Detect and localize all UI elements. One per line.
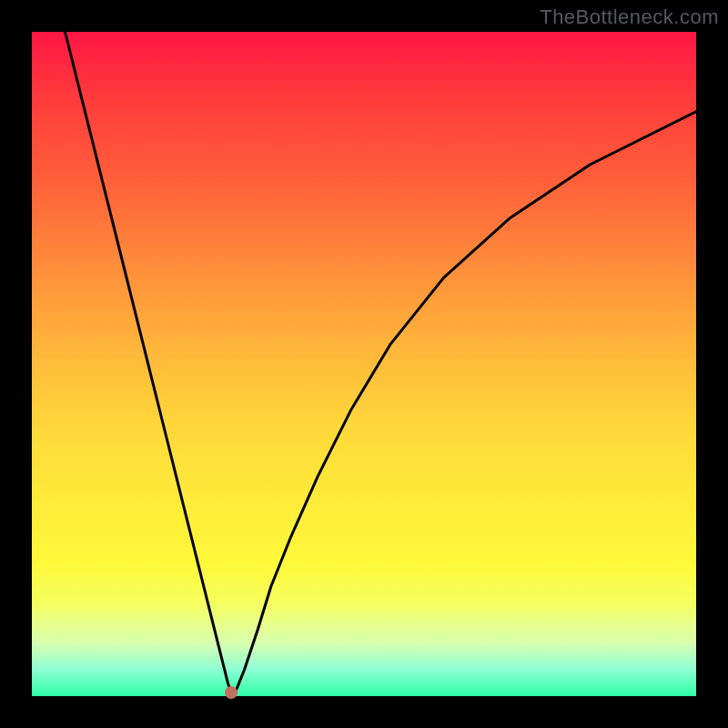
watermark-text: TheBottleneck.com [540, 5, 719, 29]
optimum-marker [225, 686, 238, 699]
plot-area [32, 32, 696, 696]
bottleneck-curve [66, 32, 697, 693]
chart-frame: TheBottleneck.com [0, 0, 728, 728]
curve-layer [32, 32, 696, 696]
